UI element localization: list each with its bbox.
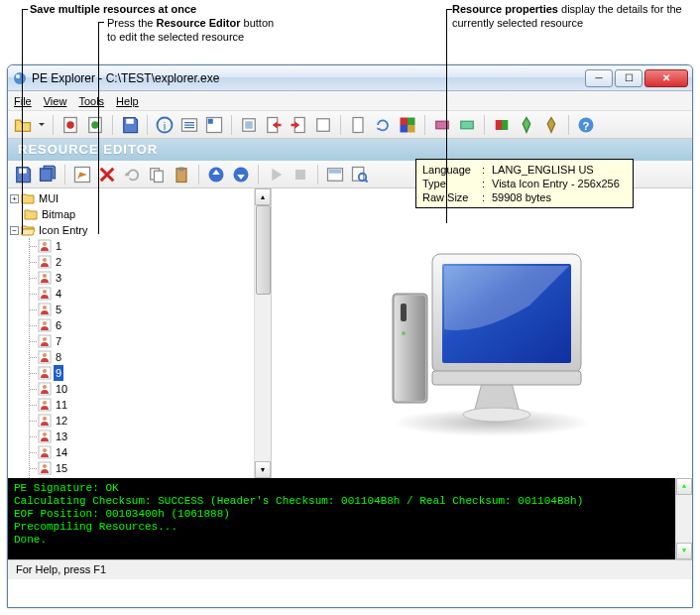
scroll-up-icon[interactable]: ▲	[676, 478, 692, 495]
tree-node-mui[interactable]: + MUI	[10, 190, 269, 206]
edit-resource-button[interactable]	[71, 164, 93, 185]
tree-entry[interactable]: 5	[38, 302, 269, 317]
svg-point-0	[14, 72, 26, 84]
menu-tools[interactable]: Tools	[78, 95, 104, 107]
dropdown-icon[interactable]	[37, 114, 47, 136]
svg-rect-23	[401, 125, 408, 133]
svg-line-44	[365, 180, 368, 183]
scroll-thumb[interactable]	[256, 205, 271, 295]
folder-icon	[21, 192, 35, 204]
tree-entry[interactable]: 2	[38, 254, 269, 270]
person-icon	[38, 271, 52, 285]
play-button[interactable]	[265, 164, 287, 185]
svg-rect-28	[502, 120, 508, 130]
menu-help[interactable]: Help	[116, 95, 139, 107]
titlebar[interactable]: PE Explorer - C:\TEST\explorer.exe ─ ☐ ✕	[8, 65, 692, 91]
scroll-down-icon[interactable]: ▼	[255, 461, 271, 478]
paste-button[interactable]	[171, 164, 192, 185]
save-button[interactable]	[119, 114, 141, 136]
close-button[interactable]: ✕	[644, 69, 688, 87]
tb-import[interactable]	[288, 114, 309, 136]
scroll-down-icon[interactable]: ▼	[676, 543, 692, 559]
tb-plugin2[interactable]	[456, 114, 478, 136]
minimize-button[interactable]: ─	[585, 69, 613, 87]
tb-list[interactable]	[178, 114, 200, 136]
tree-entry[interactable]: 3	[38, 270, 269, 286]
nav-down-button[interactable]	[230, 164, 252, 185]
save-all-resources-button[interactable]	[37, 164, 58, 185]
tree-entry-label: 11	[54, 397, 69, 413]
tb-doc-red[interactable]	[59, 114, 81, 136]
svg-point-3	[66, 121, 74, 129]
tree-entry[interactable]: 10	[38, 381, 269, 397]
tb-props[interactable]	[203, 114, 225, 136]
tb-box1[interactable]	[238, 114, 260, 136]
tb-refresh[interactable]	[372, 114, 394, 136]
tree-entry[interactable]: 1	[38, 238, 269, 254]
copy-button[interactable]	[146, 164, 168, 185]
svg-point-52	[43, 290, 47, 294]
tree-entry[interactable]: 9	[38, 365, 269, 381]
view-button[interactable]	[324, 164, 346, 185]
tb-palette[interactable]	[397, 114, 418, 136]
tb-doc-green[interactable]	[84, 114, 106, 136]
svg-point-66	[43, 401, 47, 405]
section-header: RESOURCE EDITOR	[8, 139, 692, 161]
person-icon	[38, 366, 52, 380]
search-resource-button[interactable]	[349, 164, 371, 185]
tree-node-icon-entry[interactable]: − Icon Entry	[10, 222, 269, 238]
app-window: PE Explorer - C:\TEST\explorer.exe ─ ☐ ✕…	[7, 64, 693, 608]
svg-rect-39	[295, 170, 305, 180]
tree-entry-label: 8	[54, 349, 63, 365]
tb-info[interactable]: i	[154, 114, 175, 136]
tb-plugin3[interactable]	[491, 114, 513, 136]
tree-entry[interactable]: 7	[38, 333, 269, 349]
svg-point-60	[43, 353, 47, 357]
person-icon	[38, 430, 52, 443]
scroll-up-icon[interactable]: ▲	[255, 188, 271, 205]
tb-plugin4[interactable]	[516, 114, 537, 136]
tb-plugin1[interactable]	[431, 114, 453, 136]
window-title: PE Explorer - C:\TEST\explorer.exe	[32, 71, 583, 85]
tree-entry[interactable]: 8	[38, 349, 269, 365]
resource-tree[interactable]: + MUI Bitmap − Icon Entry 12345678910111…	[8, 188, 271, 478]
tree-entry[interactable]: 15	[38, 460, 269, 476]
tb-box2[interactable]	[312, 114, 334, 136]
tb-plugin5[interactable]	[540, 114, 562, 136]
svg-rect-36	[179, 167, 184, 171]
tree-entry[interactable]: 4	[38, 286, 269, 302]
tb-export[interactable]	[263, 114, 285, 136]
person-icon	[38, 414, 52, 428]
tree-entry[interactable]: 14	[38, 444, 269, 460]
tree-scrollbar[interactable]: ▲ ▼	[254, 188, 271, 478]
tree-entry[interactable]: 12	[38, 413, 269, 429]
person-icon	[38, 461, 52, 475]
svg-point-58	[43, 337, 47, 341]
person-icon	[38, 318, 52, 332]
tb-doc[interactable]	[347, 114, 369, 136]
tree-node-bitmap[interactable]: Bitmap	[24, 206, 269, 222]
stop-button[interactable]	[290, 164, 311, 185]
tree-entry[interactable]: 11	[38, 397, 269, 413]
expand-icon[interactable]: +	[10, 194, 19, 203]
tree-entry[interactable]: 6	[38, 317, 269, 333]
tree-entry-label: 2	[54, 254, 63, 270]
help-button[interactable]: ?	[575, 114, 597, 136]
folder-icon	[24, 208, 38, 220]
tree-entry[interactable]: 13	[38, 429, 269, 444]
svg-rect-26	[461, 121, 474, 129]
open-button[interactable]	[12, 114, 34, 136]
delete-button[interactable]	[96, 164, 118, 185]
svg-point-1	[16, 74, 20, 78]
collapse-icon[interactable]: −	[10, 226, 19, 235]
tree-entry-label: 3	[54, 270, 63, 286]
console-scrollbar[interactable]: ▲ ▼	[675, 478, 692, 559]
svg-point-50	[43, 274, 47, 278]
menu-view[interactable]: View	[44, 95, 67, 107]
save-resource-button[interactable]	[12, 164, 34, 185]
maximize-button[interactable]: ☐	[615, 69, 642, 87]
undo-button[interactable]	[121, 164, 143, 185]
content-area: + MUI Bitmap − Icon Entry 12345678910111…	[8, 188, 692, 478]
output-console: PE Signature: OK Calculating Checksum: S…	[8, 478, 692, 559]
nav-up-button[interactable]	[205, 164, 227, 185]
